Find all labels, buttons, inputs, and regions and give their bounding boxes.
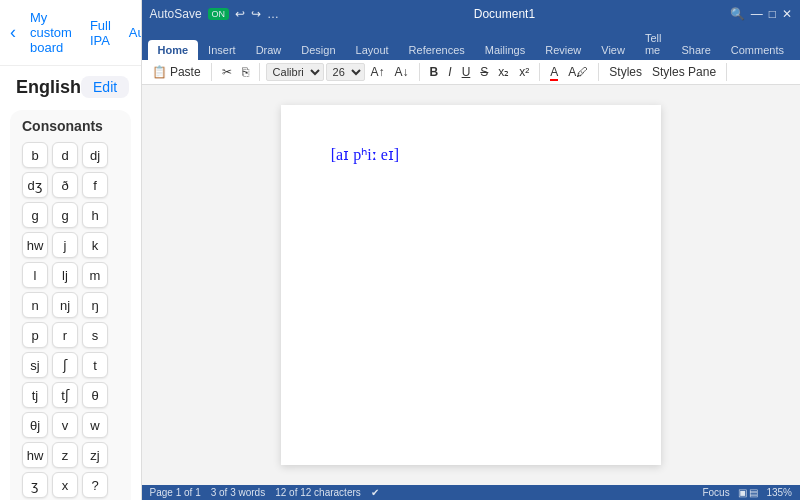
more-icon[interactable]: … bbox=[267, 7, 279, 21]
autosave-toggle[interactable]: ON bbox=[208, 8, 230, 20]
strikethrough-button[interactable]: S bbox=[476, 63, 492, 81]
tab-home[interactable]: Home bbox=[148, 40, 199, 60]
sym-b[interactable]: b bbox=[22, 142, 48, 168]
sym-nj[interactable]: nj bbox=[52, 292, 78, 318]
back-button[interactable]: ‹ bbox=[10, 22, 16, 43]
search-icon[interactable]: 🔍 bbox=[730, 7, 745, 21]
ribbon-left-icons: AutoSave ON ↩ ↪ … bbox=[150, 7, 280, 21]
consonants-grid: b d dj dʒ ð f g g h hw j k l lj m n nj ŋ… bbox=[22, 142, 119, 500]
sym-ŋ[interactable]: ŋ bbox=[82, 292, 108, 318]
char-count: 12 of 12 characters bbox=[275, 487, 361, 498]
sym-tʃ[interactable]: tʃ bbox=[52, 382, 78, 408]
sym-sj[interactable]: sj bbox=[22, 352, 48, 378]
tab-draw[interactable]: Draw bbox=[246, 40, 292, 60]
word-count: 3 of 3 words bbox=[211, 487, 265, 498]
focus-mode[interactable]: Focus bbox=[702, 487, 729, 498]
nav-tab-fulipa[interactable]: Full IPA bbox=[86, 16, 115, 50]
doc-title: Document1 bbox=[279, 7, 730, 21]
font-size-select[interactable]: 26 bbox=[326, 63, 365, 81]
sym-dʒ[interactable]: dʒ bbox=[22, 172, 48, 198]
sym-g1[interactable]: g bbox=[22, 202, 48, 228]
nav-tab-custom[interactable]: My custom board bbox=[26, 8, 76, 57]
tab-review[interactable]: Review bbox=[535, 40, 591, 60]
redo-icon[interactable]: ↪ bbox=[251, 7, 261, 21]
sym-h[interactable]: h bbox=[82, 202, 108, 228]
sym-θj[interactable]: θj bbox=[22, 412, 48, 438]
doc-text: [aɪ pʰiː eɪ] bbox=[331, 145, 611, 164]
sym-glottal[interactable]: ? bbox=[82, 472, 108, 498]
sym-f[interactable]: f bbox=[82, 172, 108, 198]
spell-check-icon[interactable]: ✔ bbox=[371, 487, 379, 498]
sym-ð[interactable]: ð bbox=[52, 172, 78, 198]
increase-font-button[interactable]: A↑ bbox=[367, 63, 389, 81]
sym-dj[interactable]: dj bbox=[82, 142, 108, 168]
maximize-icon[interactable]: □ bbox=[769, 7, 776, 21]
autosave-label[interactable]: AutoSave bbox=[150, 7, 202, 21]
zoom-level: 135% bbox=[766, 487, 792, 498]
sym-t[interactable]: t bbox=[82, 352, 108, 378]
font-family-select[interactable]: Calibri bbox=[266, 63, 324, 81]
tab-insert[interactable]: Insert bbox=[198, 40, 246, 60]
sym-s[interactable]: s bbox=[82, 322, 108, 348]
sym-ʃ[interactable]: ʃ bbox=[52, 352, 78, 378]
status-bar: Page 1 of 1 3 of 3 words 12 of 12 charac… bbox=[142, 485, 800, 500]
styles-button[interactable]: Styles bbox=[605, 63, 646, 81]
minimize-icon[interactable]: — bbox=[751, 7, 763, 21]
tab-comments[interactable]: Comments bbox=[721, 40, 794, 60]
sym-hw1[interactable]: hw bbox=[22, 232, 48, 258]
sym-ʒ[interactable]: ʒ bbox=[22, 472, 48, 498]
sym-zj[interactable]: zj bbox=[82, 442, 108, 468]
underline-button[interactable]: U bbox=[458, 63, 475, 81]
sym-n[interactable]: n bbox=[22, 292, 48, 318]
sym-lj[interactable]: lj bbox=[52, 262, 78, 288]
edit-button[interactable]: Edit bbox=[81, 76, 129, 98]
paste-button[interactable]: 📋 Paste bbox=[148, 63, 205, 81]
font-color-button[interactable]: A bbox=[546, 63, 562, 81]
styles-pane-button[interactable]: Styles Pane bbox=[648, 63, 720, 81]
tab-design[interactable]: Design bbox=[291, 40, 345, 60]
page-count: Page 1 of 1 bbox=[150, 487, 201, 498]
close-icon[interactable]: ✕ bbox=[782, 7, 792, 21]
toolbar: 📋 Paste ✂ ⎘ Calibri 26 A↑ A↓ B I U S x₂ … bbox=[142, 60, 800, 85]
sym-z[interactable]: z bbox=[52, 442, 78, 468]
decrease-font-button[interactable]: A↓ bbox=[391, 63, 413, 81]
sym-hw2[interactable]: hw bbox=[22, 442, 48, 468]
subscript-button[interactable]: x₂ bbox=[494, 63, 513, 81]
nav-tab-australian[interactable]: Australian bbox=[125, 23, 142, 42]
sym-x[interactable]: x bbox=[52, 472, 78, 498]
ribbon-bar: AutoSave ON ↩ ↪ … Document1 🔍 — □ ✕ bbox=[142, 0, 800, 28]
copy-doc-button[interactable]: ⎘ bbox=[238, 63, 253, 81]
paste-group: 📋 Paste bbox=[148, 63, 212, 81]
scissors-icon[interactable]: ✂ bbox=[218, 63, 236, 81]
doc-area[interactable]: [aɪ pʰiː eɪ] bbox=[142, 85, 800, 485]
doc-page: [aɪ pʰiː eɪ] bbox=[281, 105, 661, 465]
section-title: English bbox=[16, 77, 81, 98]
italic-button[interactable]: I bbox=[444, 63, 455, 81]
sym-g2[interactable]: g bbox=[52, 202, 78, 228]
tab-layout[interactable]: Layout bbox=[346, 40, 399, 60]
color-group: A A🖊 bbox=[546, 63, 599, 81]
sym-θ[interactable]: θ bbox=[82, 382, 108, 408]
tab-share[interactable]: Share bbox=[671, 40, 720, 60]
sym-d[interactable]: d bbox=[52, 142, 78, 168]
sym-m[interactable]: m bbox=[82, 262, 108, 288]
sym-p[interactable]: p bbox=[22, 322, 48, 348]
tab-references[interactable]: References bbox=[399, 40, 475, 60]
superscript-button[interactable]: x² bbox=[515, 63, 533, 81]
status-right: Focus ▣ ▤ 135% bbox=[702, 487, 792, 498]
sym-w[interactable]: w bbox=[82, 412, 108, 438]
sym-tj[interactable]: tj bbox=[22, 382, 48, 408]
undo-icon[interactable]: ↩ bbox=[235, 7, 245, 21]
sym-r[interactable]: r bbox=[52, 322, 78, 348]
highlight-button[interactable]: A🖊 bbox=[564, 63, 592, 81]
sym-j[interactable]: j bbox=[52, 232, 78, 258]
sym-l[interactable]: l bbox=[22, 262, 48, 288]
tab-view[interactable]: View bbox=[591, 40, 635, 60]
left-panel: ‹ My custom board Full IPA Australian Ca… bbox=[0, 0, 142, 500]
tab-tellme[interactable]: Tell me bbox=[635, 28, 672, 60]
tab-mailings[interactable]: Mailings bbox=[475, 40, 535, 60]
font-group: Calibri 26 A↑ A↓ bbox=[266, 63, 420, 81]
sym-k[interactable]: k bbox=[82, 232, 108, 258]
sym-v[interactable]: v bbox=[52, 412, 78, 438]
bold-button[interactable]: B bbox=[426, 63, 443, 81]
